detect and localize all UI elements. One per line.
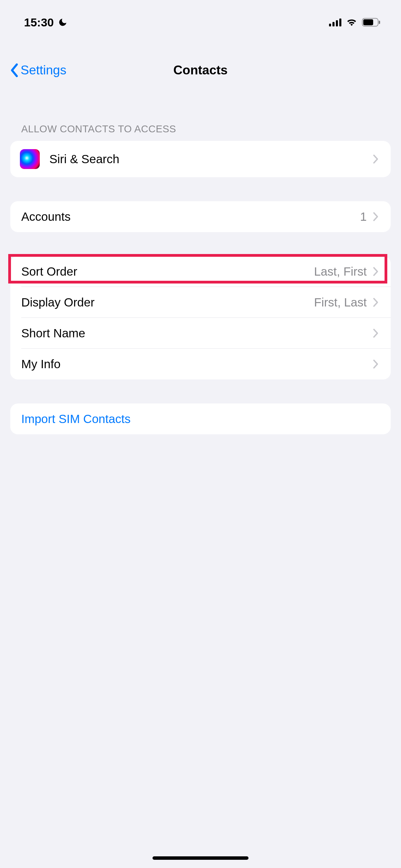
svg-rect-5 bbox=[363, 19, 373, 25]
cell-label-import-sim: Import SIM Contacts bbox=[21, 412, 378, 426]
cell-siri-search[interactable]: Siri & Search bbox=[10, 141, 391, 177]
back-button[interactable]: Settings bbox=[10, 63, 66, 77]
cell-import-sim[interactable]: Import SIM Contacts bbox=[10, 403, 391, 434]
cell-my-info[interactable]: My Info bbox=[10, 349, 391, 379]
cell-label-display-order: Display Order bbox=[21, 296, 314, 309]
svg-rect-2 bbox=[336, 20, 338, 26]
section-header-access: Allow Contacts to Access bbox=[0, 123, 401, 135]
back-label: Settings bbox=[21, 63, 66, 77]
cell-group-access: Siri & Search bbox=[10, 141, 391, 177]
navigation-bar: Settings Contacts bbox=[0, 55, 401, 86]
cell-group-display: Sort Order Last, First Display Order Fir… bbox=[10, 256, 391, 379]
do-not-disturb-icon bbox=[58, 17, 68, 27]
svg-rect-0 bbox=[329, 24, 331, 26]
cell-sort-order[interactable]: Sort Order Last, First bbox=[10, 256, 391, 287]
cell-label-accounts: Accounts bbox=[21, 210, 360, 224]
cell-value-display-order: First, Last bbox=[314, 296, 367, 309]
chevron-right-icon bbox=[373, 359, 378, 369]
chevron-left-icon bbox=[10, 63, 19, 77]
svg-rect-3 bbox=[339, 19, 341, 26]
cell-group-import: Import SIM Contacts bbox=[10, 403, 391, 434]
cell-label-short-name: Short Name bbox=[21, 326, 373, 340]
chevron-right-icon bbox=[373, 328, 378, 338]
svg-rect-6 bbox=[379, 21, 380, 24]
cell-display-order[interactable]: Display Order First, Last bbox=[10, 287, 391, 318]
status-right bbox=[329, 17, 380, 27]
status-left: 15:30 bbox=[24, 16, 68, 29]
cell-value-sort-order: Last, First bbox=[314, 265, 367, 278]
chevron-right-icon bbox=[373, 298, 378, 307]
cellular-signal-icon bbox=[329, 17, 341, 27]
status-time: 15:30 bbox=[24, 16, 54, 29]
siri-icon bbox=[20, 149, 40, 169]
chevron-right-icon bbox=[373, 154, 378, 164]
cell-label-siri: Siri & Search bbox=[49, 152, 373, 166]
chevron-right-icon bbox=[373, 267, 378, 276]
cell-label-sort-order: Sort Order bbox=[21, 265, 314, 278]
page-title: Contacts bbox=[173, 63, 228, 77]
chevron-right-icon bbox=[373, 212, 378, 221]
cell-value-accounts: 1 bbox=[360, 210, 367, 224]
battery-icon bbox=[362, 18, 380, 27]
cell-group-accounts: Accounts 1 bbox=[10, 201, 391, 232]
cell-short-name[interactable]: Short Name bbox=[10, 318, 391, 349]
svg-rect-1 bbox=[332, 22, 335, 26]
cell-label-my-info: My Info bbox=[21, 357, 373, 371]
wifi-icon bbox=[345, 17, 358, 27]
cell-accounts[interactable]: Accounts 1 bbox=[10, 201, 391, 232]
status-bar: 15:30 bbox=[0, 0, 401, 38]
home-indicator bbox=[153, 856, 248, 860]
